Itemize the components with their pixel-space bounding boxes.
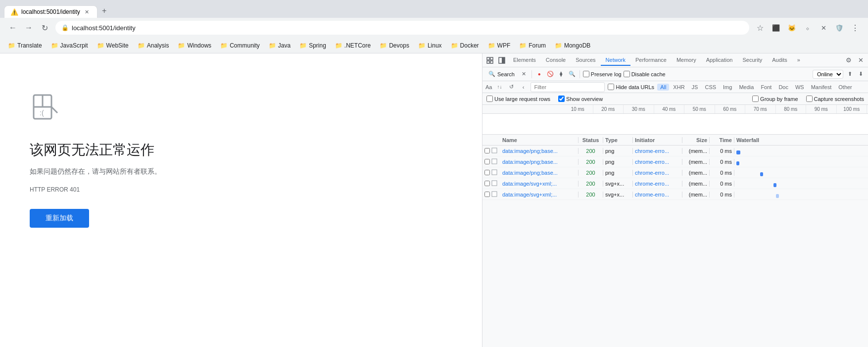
devtools-tab-application[interactable]: Application xyxy=(701,55,738,66)
record-button[interactable]: ● xyxy=(535,70,544,79)
large-rows-checkbox[interactable]: Use large request rows xyxy=(486,96,550,102)
devtools-tab-elements[interactable]: Elements xyxy=(508,55,541,66)
bookmark-linux[interactable]: 📁 Linux xyxy=(414,41,446,50)
group-by-frame-input[interactable] xyxy=(752,96,759,102)
devtools-tab-network[interactable]: Network xyxy=(601,55,630,66)
row-checkbox-1[interactable] xyxy=(482,159,491,164)
show-overview-input[interactable] xyxy=(558,96,565,102)
bookmark-analysis[interactable]: 📁 Analysis xyxy=(134,41,173,50)
devtools-tab-more[interactable]: » xyxy=(792,55,805,66)
show-overview-checkbox[interactable]: Show overview xyxy=(558,96,603,102)
devtools-dock-icon[interactable] xyxy=(496,55,507,66)
hide-data-urls-checkbox[interactable]: Hide data URLs xyxy=(608,84,654,90)
bookmark-netcore[interactable]: 📁 .NETCore xyxy=(331,41,375,50)
network-search-button[interactable]: 🔍 Search xyxy=(485,70,518,78)
status-col-header[interactable]: Status xyxy=(579,137,603,143)
throttle-select[interactable]: Online xyxy=(813,70,843,79)
timeline-mark-60ms: 60 ms xyxy=(715,105,746,113)
chevron-icon[interactable]: ‹ xyxy=(519,83,528,92)
bookmark-spring[interactable]: 📁 Spring xyxy=(295,41,330,50)
tab-close-button[interactable]: ✕ xyxy=(83,8,91,16)
size-col-header[interactable]: Size xyxy=(682,137,710,143)
type-col-header[interactable]: Type xyxy=(603,137,633,143)
devtools-close-icon[interactable]: ✕ xyxy=(855,55,866,66)
group-by-frame-checkbox[interactable]: Group by frame xyxy=(752,96,798,102)
new-tab-button[interactable]: + xyxy=(97,4,111,18)
import-icon[interactable]: ⬆ xyxy=(845,70,854,79)
table-row[interactable]: data:image/svg+xml;... 200 svg+x... chro… xyxy=(482,178,868,189)
filter-type-font[interactable]: Font xyxy=(758,84,774,91)
large-rows-input[interactable] xyxy=(486,96,493,102)
filter-type-js[interactable]: JS xyxy=(689,84,701,91)
extension-icon-5[interactable]: 🛡️ xyxy=(832,21,846,35)
table-row[interactable]: data:image/png;base... 200 png chrome-er… xyxy=(482,167,868,178)
bookmark-translate[interactable]: 📁 Translate xyxy=(4,41,46,50)
search-close-icon[interactable]: ✕ xyxy=(520,70,529,79)
filter-type-manifest[interactable]: Manifest xyxy=(808,84,835,91)
active-tab[interactable]: ⚠️ localhost:5001/identity ✕ xyxy=(4,5,97,18)
bookmark-devops[interactable]: 📁 Devops xyxy=(376,41,413,50)
row-checkbox-2[interactable] xyxy=(482,170,491,175)
filter-type-xhr[interactable]: XHR xyxy=(670,84,687,91)
filter-type-other[interactable]: Other xyxy=(835,84,855,91)
bookmark-forum[interactable]: 📁 Forum xyxy=(515,41,550,50)
search-requests-icon[interactable]: 🔍 xyxy=(568,70,577,79)
devtools-settings-icon[interactable]: ⚙ xyxy=(843,55,854,66)
back-button[interactable]: ← xyxy=(6,21,20,35)
bookmark-windows[interactable]: 📁 Windows xyxy=(174,41,215,50)
devtools-inspect-icon[interactable] xyxy=(484,55,495,66)
bookmark-java[interactable]: 📁 Java xyxy=(265,41,294,50)
bookmark-website[interactable]: 📁 WebSite xyxy=(93,41,133,50)
export-icon[interactable]: ⬇ xyxy=(856,70,865,79)
devtools-tab-audits[interactable]: Audits xyxy=(767,55,792,66)
clear-button[interactable]: 🚫 xyxy=(546,70,555,79)
bookmark-docker[interactable]: 📁 Docker xyxy=(447,41,483,50)
forward-button[interactable]: → xyxy=(22,21,36,35)
bookmark-wpf[interactable]: 📁 WPF xyxy=(484,41,515,50)
table-row[interactable]: data:image/svg+xml;... 200 svg+x... chro… xyxy=(482,189,868,200)
filter-icon[interactable]: ⧫ xyxy=(557,70,566,79)
bookmark-javascrpit[interactable]: 📁 JavaScrpit xyxy=(47,41,92,50)
devtools-tab-security[interactable]: Security xyxy=(737,55,767,66)
filter-type-css[interactable]: CSS xyxy=(702,84,719,91)
disable-cache-checkbox[interactable]: Disable cache xyxy=(624,71,666,77)
row-checkbox-0[interactable] xyxy=(482,148,491,153)
extension-icon-1[interactable]: ⬛ xyxy=(769,21,783,35)
row-checkbox-3[interactable] xyxy=(482,181,491,186)
bookmark-community[interactable]: 📁 Community xyxy=(216,41,264,50)
row-checkbox-4[interactable] xyxy=(482,192,491,197)
reload-icon-small[interactable]: ↺ xyxy=(507,83,516,92)
devtools-tab-console[interactable]: Console xyxy=(541,55,571,66)
preserve-log-input[interactable] xyxy=(583,71,589,77)
reload-button[interactable]: 重新加载 xyxy=(30,209,89,228)
name-col-header[interactable]: Name xyxy=(499,137,579,143)
filter-type-doc[interactable]: Doc xyxy=(775,84,791,91)
time-col-header[interactable]: Time xyxy=(710,137,734,143)
bookmark-star-icon[interactable]: ☆ xyxy=(753,21,767,35)
initiator-col-header[interactable]: Initiator xyxy=(633,137,682,143)
preserve-log-checkbox[interactable]: Preserve log xyxy=(583,71,622,77)
filter-type-media[interactable]: Media xyxy=(736,84,757,91)
filter-input[interactable] xyxy=(530,82,605,92)
disable-cache-input[interactable] xyxy=(624,71,630,77)
extension-icon-2[interactable]: 🐱 xyxy=(785,21,799,35)
capture-screenshots-checkbox[interactable]: Capture screenshots xyxy=(806,96,865,102)
reload-button[interactable]: ↻ xyxy=(38,21,51,35)
bookmark-mongodb[interactable]: 📁 MongoDB xyxy=(551,41,594,50)
devtools-tab-sources[interactable]: Sources xyxy=(571,55,600,66)
filter-type-img[interactable]: Img xyxy=(720,84,735,91)
filter-type-all[interactable]: All xyxy=(657,84,669,91)
filter-type-ws[interactable]: WS xyxy=(792,84,807,91)
hide-data-urls-input[interactable] xyxy=(608,84,614,90)
extension-icon-4[interactable]: ✕ xyxy=(817,21,830,35)
table-row[interactable]: data:image/png;base... 200 png chrome-er… xyxy=(482,146,868,156)
menu-button[interactable]: ⋮ xyxy=(848,21,862,35)
extension-icon-3[interactable]: ⬦ xyxy=(801,21,815,35)
capture-screenshots-input[interactable] xyxy=(806,96,813,102)
devtools-tab-memory[interactable]: Memory xyxy=(672,55,701,66)
text-size-icon[interactable]: ↑↓ xyxy=(495,83,504,92)
url-box[interactable]: 🔒 localhost:5001/identity xyxy=(55,21,749,35)
table-row[interactable]: data:image/png;base... 200 png chrome-er… xyxy=(482,156,868,167)
waterfall-col-header[interactable]: Waterfall xyxy=(734,137,868,143)
devtools-tab-performance[interactable]: Performance xyxy=(630,55,672,66)
